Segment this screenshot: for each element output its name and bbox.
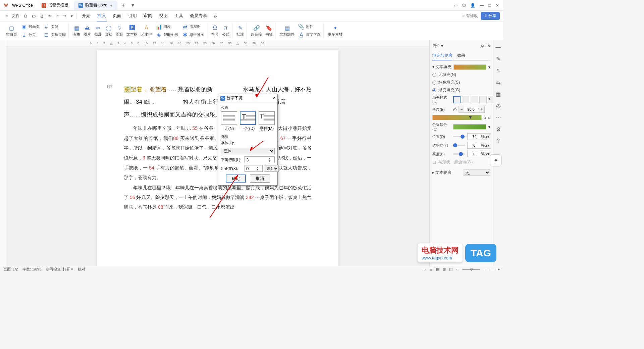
position-slider[interactable] <box>453 136 465 137</box>
image-button[interactable]: ⛰图片 <box>84 24 91 37</box>
view-icon-1[interactable]: ▭ <box>423 267 426 271</box>
view-icon-4[interactable]: ⊞ <box>443 267 446 271</box>
zoom-value[interactable]: — <box>484 267 487 271</box>
bookmark-button[interactable]: 🔖书签 <box>265 24 273 37</box>
text-outline-section[interactable]: ▸ 文本轮廓 <box>432 170 451 176</box>
dialog-close-button[interactable]: ✕ <box>272 96 275 101</box>
position-input[interactable]: %▴▾ <box>467 133 490 140</box>
search-icon[interactable]: ⌕ <box>213 11 218 21</box>
tab-templates[interactable]: D 找稻壳模板 <box>37 1 73 10</box>
preview-icon[interactable]: 👁 <box>46 12 54 20</box>
page-indicator[interactable]: 页面: 1/2 <box>3 267 18 272</box>
menu-icon[interactable]: ≡ <box>3 12 10 20</box>
gradient-stops[interactable]: ▼ <box>432 115 482 120</box>
tab-page[interactable]: 页面 <box>112 11 122 21</box>
radio-solid-fill[interactable] <box>432 81 436 85</box>
view-icon-6[interactable]: ▭ <box>456 267 459 271</box>
spellcheck-toggle[interactable]: 拼写检查: 打开 ▾ <box>46 267 73 272</box>
redo-icon[interactable]: ↷ <box>61 12 69 20</box>
view-icon-2[interactable]: ☰ <box>429 267 433 271</box>
gradient-style-picker[interactable]: ▾ <box>453 96 495 103</box>
tab-menu[interactable]: ▾ <box>129 1 137 9</box>
collapse-icon[interactable]: — <box>496 44 501 50</box>
cube-icon[interactable]: ⬡ <box>462 3 466 8</box>
flowchart-button[interactable]: ⇄流程图 <box>181 23 204 30</box>
user-avatar[interactable]: 👤 <box>470 3 475 8</box>
option-margin[interactable]: T 悬挂(M) <box>259 111 275 132</box>
smartart-button[interactable]: ◈智能图形 <box>155 32 178 38</box>
grid-icon[interactable]: ▦ <box>496 91 501 97</box>
transparency-input[interactable]: %▴▾ <box>467 142 490 149</box>
view-icon-3[interactable]: ▤ <box>436 267 439 271</box>
document-page[interactable]: H3 盼望着， 盼望着……翘首以盼的新 隐藏对话框水马龙，人山人海，好不热闹。3… <box>97 50 338 266</box>
option-dropped[interactable]: T 下沉(D) <box>240 111 256 132</box>
more-assets-button[interactable]: ✦更多素材 <box>328 24 342 37</box>
shape-button[interactable]: ◯形状 <box>105 24 112 37</box>
paragraph-1[interactable]: 盼望着， 盼望着……翘首以盼的新 隐藏对话框水马龙，人山人海，好不热闹。34 瞧… <box>124 83 312 121</box>
unit-select[interactable]: 厘米 <box>264 165 279 172</box>
dropcap-char[interactable]: 盼 <box>124 86 131 93</box>
maximize-button[interactable]: □ <box>489 3 491 8</box>
brightness-input[interactable]: %▴▾ <box>467 151 490 157</box>
comment-button[interactable]: ✎批注 <box>236 24 244 37</box>
symbol-button[interactable]: Ω符号 <box>211 24 219 37</box>
close-icon[interactable]: ● <box>110 3 112 8</box>
angle-dial[interactable]: ◴ <box>453 107 457 112</box>
modified-indicator[interactable]: ○ 有修改 <box>462 13 478 19</box>
header-footer-button[interactable]: ⊟页眉页脚 <box>43 32 66 38</box>
ok-button[interactable]: 确定 <box>226 174 246 183</box>
close-button[interactable]: ✕ <box>496 3 499 8</box>
cancel-button[interactable]: 取消 <box>250 174 270 183</box>
edit-icon[interactable]: ✎ <box>496 56 500 62</box>
wordart-button[interactable]: A艺术字 <box>141 24 152 37</box>
tab-insert[interactable]: 插入 <box>97 11 107 21</box>
dropcap-button[interactable]: A̲首字下沉 <box>298 32 321 38</box>
tab-ref[interactable]: 引用 <box>127 11 138 21</box>
more-icon[interactable]: ▾ <box>69 12 75 20</box>
assistant-button[interactable]: ✦ <box>490 154 502 166</box>
text-fill-section[interactable]: ▾ 文本填充 <box>432 64 451 70</box>
more-icon[interactable]: ⋯ <box>496 114 501 121</box>
cover-button[interactable]: ▣封面页 <box>20 23 40 30</box>
minimize-button[interactable]: — <box>480 3 484 8</box>
fill-preview[interactable] <box>453 64 486 70</box>
zoom-in[interactable]: + <box>498 267 500 271</box>
tab-start[interactable]: 开始 <box>81 11 91 21</box>
tab-review[interactable]: 审阅 <box>143 11 153 21</box>
doc-parts-button[interactable]: ▤文档部件 <box>280 24 294 37</box>
tab-document[interactable]: W 盼望着.docx ● <box>74 1 117 10</box>
icon-button[interactable]: ☺图标 <box>116 24 123 37</box>
swap-icon[interactable]: ⇆ <box>496 79 500 86</box>
share-button[interactable]: ⇪ 分享 <box>481 12 500 20</box>
equation-button[interactable]: π公式 <box>222 24 229 37</box>
close-panel-icon[interactable]: ✕ <box>487 44 490 48</box>
textbox-button[interactable]: 🅰文本框 <box>126 24 138 37</box>
outline-select[interactable]: 无 <box>464 169 490 176</box>
attachment-button[interactable]: 📎附件 <box>298 23 321 30</box>
color-picker[interactable] <box>453 124 486 130</box>
paragraph-3[interactable]: 年味儿在哪里？哦，年味儿在一桌桌香喷喷的菜肴里。腊月底，妈妈为过年的饭菜忙活了 … <box>124 183 312 212</box>
zoom-out[interactable]: — <box>491 267 494 271</box>
new-tab-button[interactable]: + <box>119 1 127 9</box>
print-icon[interactable]: 🖨 <box>38 12 46 20</box>
font-select[interactable]: 黑体 <box>221 148 275 154</box>
page-number-button[interactable]: #页码 <box>43 23 66 30</box>
tab-effects[interactable]: 效果 <box>457 51 465 60</box>
panel-icon[interactable]: ▭ <box>454 3 458 8</box>
file-menu[interactable]: 文件 <box>10 12 22 20</box>
radio-no-fill[interactable] <box>432 73 436 77</box>
radio-gradient-fill[interactable] <box>432 88 436 92</box>
option-none[interactable]: 无(N) <box>221 111 237 132</box>
dialog-titlebar[interactable]: W 首字下沉 ✕ <box>218 94 277 102</box>
mindmap-button[interactable]: ✱思维导图 <box>181 32 204 38</box>
blank-page-button[interactable]: ▢空白页 <box>6 24 17 37</box>
tab-view[interactable]: 视图 <box>158 11 168 21</box>
zoom-slider[interactable]: ——⊙—— <box>463 267 480 271</box>
table-button[interactable]: ▦表格 <box>73 24 80 37</box>
distance-input[interactable]: ▲▼ <box>245 165 263 172</box>
angle-input[interactable]: −°+ <box>459 106 485 113</box>
tab-fill-outline[interactable]: 填充与轮廓 <box>432 51 452 60</box>
chart-button[interactable]: 📊图表 <box>155 23 178 30</box>
hyperlink-button[interactable]: 🔗超链接 <box>251 24 262 37</box>
transparency-slider[interactable] <box>453 145 465 146</box>
